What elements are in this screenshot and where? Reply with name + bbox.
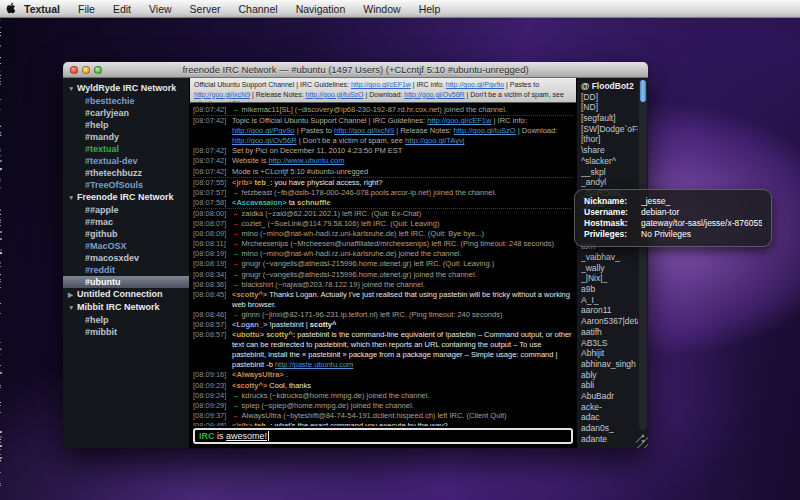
userlist-item-adac[interactable]: adac xyxy=(581,412,638,423)
scrollbar-thumb[interactable] xyxy=(640,80,646,102)
sidebar-channel-ubuntu[interactable]: #ubuntu xyxy=(63,276,189,288)
tooltip-value: gateway/tor-sasl/jesse/x-87605553 xyxy=(641,218,762,229)
star xyxy=(0,402,1,403)
sidebar-channel-textual-dev[interactable]: #textual-dev xyxy=(63,155,189,167)
menu-textual[interactable]: Textual xyxy=(22,0,69,18)
message-content: <scotty^> Thanks Logan. Actually I've ju… xyxy=(232,290,572,310)
minimize-button[interactable] xyxy=(82,66,90,74)
sidebar-channel-MacOSX[interactable]: #MacOSX xyxy=(63,240,189,252)
userlist-item-abubadr[interactable]: AbuBadr xyxy=(581,391,638,402)
menu-file[interactable]: File xyxy=(69,0,104,18)
link[interactable]: http://paste.ubuntu.com xyxy=(275,360,353,369)
server-group-untitled-connection[interactable]: ▶Untitled Connection xyxy=(63,288,189,301)
star xyxy=(0,287,1,288)
sidebar-channel-reddit[interactable]: #reddit xyxy=(63,264,189,276)
menu-server[interactable]: Server xyxy=(181,0,230,18)
apple-menu[interactable] xyxy=(0,2,22,16)
sidebar-channel-apple[interactable]: ##apple xyxy=(63,204,189,216)
star xyxy=(0,279,1,280)
userlist-item-ably[interactable]: ably xyxy=(581,370,638,381)
star xyxy=(0,109,1,110)
userlist-item-floodbot2[interactable]: @ FloodBot2 xyxy=(581,81,638,92)
chat-log[interactable]: [08:07:42]→ mikemac11[SL] (~discovery@ip… xyxy=(190,103,576,426)
sidebar-channel-github[interactable]: #github xyxy=(63,228,189,240)
userlist-item-vaibhav[interactable]: _vaibhav_ xyxy=(581,252,638,263)
sidebar-channel-carlyjean[interactable]: #carlyjean xyxy=(63,107,189,119)
server-group-mibbit-irc-network[interactable]: ▼Mibbit IRC Network xyxy=(63,301,189,314)
userlist-item-abhinavsingh[interactable]: abhinav_singh xyxy=(581,359,638,370)
link[interactable]: http://goo.gl/cEF1w xyxy=(427,116,491,125)
userlist-item-thor[interactable]: [thor] xyxy=(581,134,638,145)
resize-grip[interactable] xyxy=(636,436,648,448)
disclosure-expanded-icon[interactable]: ▼ xyxy=(68,192,77,204)
link[interactable]: http://goo.gl/tuSzO xyxy=(306,91,364,98)
close-button[interactable] xyxy=(70,66,78,74)
text-segment: ← xyxy=(232,229,242,238)
userlist-item-share[interactable]: \share xyxy=(581,145,638,156)
userlist-item-ai[interactable]: A_I_ xyxy=(581,295,638,306)
sidebar-channel-textual[interactable]: #textual xyxy=(63,143,189,155)
userlist-item-ab3ls[interactable]: AB3LS xyxy=(581,338,638,349)
menu-channel[interactable]: Channel xyxy=(230,0,287,18)
userlist-item-aaron5367detach[interactable]: Aaron5367|detach xyxy=(581,316,638,327)
disclosure-expanded-icon[interactable]: ▼ xyxy=(68,302,77,314)
sidebar-channel-mac[interactable]: ##mac xyxy=(63,216,189,228)
sidebar-channel-TreeOfSouls[interactable]: #TreeOfSouls xyxy=(63,179,189,191)
sidebar-channel-mibbit[interactable]: #mibbit xyxy=(63,326,189,338)
userlist-item-adan0s[interactable]: adan0s_ xyxy=(581,423,638,434)
text-segment: mino (~mino@nat-wh-hadi.rz.uni-karlsruhe… xyxy=(242,229,485,238)
server-group-wyldryde-irc-network[interactable]: ▼WyldRyde IRC Network xyxy=(63,82,189,95)
menu-window[interactable]: Window xyxy=(354,0,409,18)
sidebar-channel-thetechbuzz[interactable]: #thetechbuzz xyxy=(63,167,189,179)
zoom-button[interactable] xyxy=(94,66,102,74)
link[interactable]: http://www.ubuntu.com xyxy=(269,156,345,165)
disclosure-expanded-icon[interactable]: ▼ xyxy=(68,83,77,95)
userlist-item-adante[interactable]: adante xyxy=(581,434,638,445)
text-segment: → xyxy=(232,249,242,258)
link[interactable]: http://goo.gl/ixcN9 xyxy=(334,126,394,135)
userlist-item-aatifh[interactable]: aatifh xyxy=(581,327,638,338)
userlist-item-abli[interactable]: abli xyxy=(581,380,638,391)
text-segment: teb_: xyxy=(255,421,273,426)
menu-edit[interactable]: Edit xyxy=(104,0,140,18)
userlist-item-wally[interactable]: _wally xyxy=(581,263,638,274)
menu-view[interactable]: View xyxy=(140,0,181,18)
link[interactable]: http://goo.gl/Ov56R xyxy=(404,91,464,98)
sidebar-channel-help[interactable]: #help xyxy=(63,119,189,131)
userlist-item-swdodgeoff[interactable]: [SW]Dodge`oFF xyxy=(581,124,638,135)
userlist-item-aaron11[interactable]: aaron11 xyxy=(581,305,638,316)
userlist-item-segfault[interactable]: [segfault] xyxy=(581,113,638,124)
chat-message-row: [08:09:45]<jrib> teb_: what's the exact … xyxy=(193,421,572,426)
userlist-item-slacker[interactable]: ^slacker^ xyxy=(581,156,638,167)
user-list[interactable]: @ FloodBot2[DD][ND][segfault][SW]Dodge`o… xyxy=(576,78,648,448)
userlist-item-nd[interactable]: [ND] xyxy=(581,102,638,113)
link[interactable]: http://goo.gl/Pgv9o xyxy=(232,126,295,135)
link[interactable]: http://goo.gl/TAyvj xyxy=(405,136,464,145)
userlist-item-abhijit[interactable]: Abhijit xyxy=(581,348,638,359)
message-input[interactable]: IRC is awesome! xyxy=(193,428,573,444)
userlist-item-a9b[interactable]: a9b xyxy=(581,284,638,295)
link[interactable]: http://goo.gl/ixcN9 xyxy=(194,91,250,98)
server-group-freenode-irc-network[interactable]: ▼Freenode IRC Network xyxy=(63,191,189,204)
sidebar-channel-besttechie[interactable]: #besttechie xyxy=(63,95,189,107)
sidebar-channel-mandy[interactable]: #mandy xyxy=(63,131,189,143)
userlist-item-acke[interactable]: acke- xyxy=(581,402,638,413)
sidebar-channel-macosxdev[interactable]: #macosxdev xyxy=(63,252,189,264)
link[interactable]: http://goo.gl/tuSzO xyxy=(454,126,516,135)
userlist-item-nix[interactable]: _|Nix|_ xyxy=(581,273,638,284)
chat-message-row: [08:09:23]<scotty^> Cool, thanks xyxy=(193,381,572,391)
link[interactable]: http://goo.gl/Ov56R xyxy=(232,136,297,145)
userlist-item-andyl[interactable]: _andyl xyxy=(581,177,638,188)
timestamp: [08:08:07] xyxy=(193,219,232,229)
text-segment: → xyxy=(232,105,242,114)
userlist-item-skpl[interactable]: __skpl xyxy=(581,167,638,178)
userlist-item-dd[interactable]: [DD] xyxy=(581,92,638,103)
window-titlebar[interactable]: freenode IRC Network — #ubuntu (1497 Use… xyxy=(63,62,648,78)
sidebar-channel-help[interactable]: #help xyxy=(63,314,189,326)
link[interactable]: http://goo.gl/cEF1w xyxy=(351,81,411,88)
menu-help[interactable]: Help xyxy=(410,0,450,18)
userlist-scrollbar[interactable] xyxy=(639,79,647,430)
link[interactable]: http://goo.gl/Pgv9o xyxy=(446,81,504,88)
menu-navigation[interactable]: Navigation xyxy=(287,0,355,18)
disclosure-collapsed-icon[interactable]: ▶ xyxy=(68,289,77,301)
